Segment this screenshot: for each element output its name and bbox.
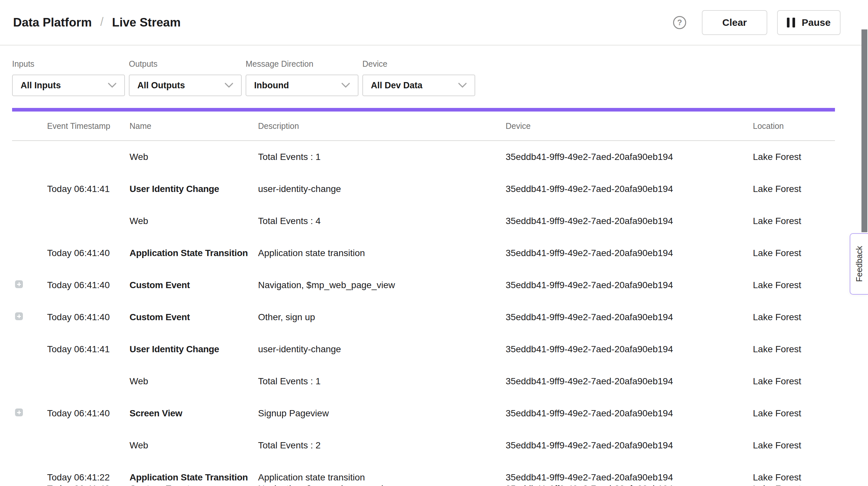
cell-name: Web <box>129 152 258 162</box>
clear-button[interactable]: Clear <box>702 10 767 35</box>
cell-name: Application State Transition <box>129 472 258 483</box>
breadcrumb-data-platform[interactable]: Data Platform <box>13 16 92 29</box>
column-header-description: Description <box>258 121 506 131</box>
cell-description: Application state transition <box>258 472 506 483</box>
header-actions: ? Clear Pause <box>673 10 840 35</box>
cell-location: Lake Forest <box>753 344 835 355</box>
filter-inputs: Inputs All Inputs <box>12 59 125 96</box>
cell-timestamp: Today 06:41:40 <box>47 312 129 323</box>
page-title-live-stream: Live Stream <box>112 16 181 29</box>
table-row[interactable]: Web Total Events : 1 35eddb41-9ff9-49e2-… <box>12 365 835 397</box>
cell-device: 35eddb41-9ff9-49e2-7aed-20afa90eb194 <box>506 312 753 323</box>
table-header-row: Event Timestamp Name Description Device … <box>12 112 835 141</box>
table-row[interactable]: Today 06:41:40 Custom Event Navigation, … <box>12 269 835 301</box>
cell-device: 35eddb41-9ff9-49e2-7aed-20afa90eb194 <box>506 184 753 194</box>
pause-button[interactable]: Pause <box>777 10 840 35</box>
device-select[interactable]: All Dev Data <box>362 74 475 96</box>
cell-timestamp: Today 06:41:40 <box>47 484 129 486</box>
cell-description: Total Events : 2 <box>258 440 506 451</box>
breadcrumb-separator: / <box>100 15 104 29</box>
accent-bar <box>12 108 835 112</box>
chevron-down-icon <box>108 83 117 88</box>
cell-description: Total Events : 1 <box>258 152 506 162</box>
filter-device: Device All Dev Data <box>362 59 475 96</box>
cell-device: 35eddb41-9ff9-49e2-7aed-20afa90eb194 <box>506 440 753 451</box>
table-row[interactable]: Today 06:41:40 Application State Transit… <box>12 237 835 269</box>
app-header: Data Platform / Live Stream ? Clear Paus… <box>0 0 868 45</box>
cell-description: Application state transition <box>258 248 506 259</box>
cell-timestamp: Today 06:41:40 <box>47 280 129 291</box>
cell-timestamp: Today 06:41:41 <box>47 344 129 355</box>
cell-name: Web <box>129 440 258 451</box>
cell-name: User Identity Change <box>129 184 258 194</box>
cell-device: 35eddb41-9ff9-49e2-7aed-20afa90eb194 <box>506 408 753 419</box>
cell-description: Navigation, $mp_web_page_view <box>258 484 506 486</box>
cell-location: Lake Forest <box>753 152 835 162</box>
cell-device: 35eddb41-9ff9-49e2-7aed-20afa90eb194 <box>506 248 753 259</box>
cell-name: Web <box>129 376 258 387</box>
table-row[interactable]: Web Total Events : 4 35eddb41-9ff9-49e2-… <box>12 205 835 237</box>
cell-location: Lake Forest <box>753 312 835 323</box>
breadcrumb: Data Platform / Live Stream <box>13 16 181 29</box>
cell-name: Web <box>129 216 258 226</box>
cell-name: Custom Event <box>129 280 258 291</box>
cell-name: Custom Event <box>129 484 258 486</box>
message-direction-select[interactable]: Inbound <box>246 74 359 96</box>
table-row[interactable]: Today 06:41:41 User Identity Change user… <box>12 173 835 205</box>
expand-row-icon[interactable] <box>15 408 23 416</box>
inputs-select-value: All Inputs <box>21 81 61 91</box>
table-row[interactable]: Today 06:41:41 User Identity Change user… <box>12 333 835 365</box>
table-row[interactable]: Today 06:41:40 Custom Event Other, sign … <box>12 301 835 333</box>
table-row[interactable]: Today 06:41:22 Application State Transit… <box>12 461 835 486</box>
pause-icon <box>787 18 795 28</box>
column-header-device: Device <box>506 121 753 131</box>
cell-device: 35eddb41-9ff9-49e2-7aed-20afa90eb194 <box>506 280 753 291</box>
filter-message-direction-label: Message Direction <box>246 59 359 69</box>
expand-row-icon[interactable] <box>15 312 23 320</box>
filter-outputs-label: Outputs <box>129 59 242 69</box>
cell-device: 35eddb41-9ff9-49e2-7aed-20afa90eb194 <box>506 484 753 486</box>
filters-bar: Inputs All Inputs Outputs All Outputs Me… <box>0 45 868 96</box>
table-row[interactable]: Web Total Events : 2 35eddb41-9ff9-49e2-… <box>12 429 835 461</box>
cell-description: Total Events : 1 <box>258 376 506 387</box>
cell-location: Lake Forest <box>753 280 835 291</box>
expand-row-icon[interactable] <box>15 280 23 288</box>
cell-location: Lake Forest <box>753 216 835 226</box>
cell-name: Custom Event <box>129 312 258 323</box>
live-stream-panel: Event Timestamp Name Description Device … <box>12 108 835 486</box>
column-header-location: Location <box>753 121 835 131</box>
column-header-name: Name <box>129 121 258 131</box>
filter-message-direction: Message Direction Inbound <box>246 59 359 96</box>
cell-location: Lake Forest <box>753 248 835 259</box>
message-direction-select-value: Inbound <box>254 81 289 91</box>
table-row[interactable]: Web Total Events : 1 35eddb41-9ff9-49e2-… <box>12 141 835 173</box>
inputs-select[interactable]: All Inputs <box>12 74 125 96</box>
help-icon[interactable]: ? <box>673 16 686 29</box>
column-header-event-timestamp: Event Timestamp <box>47 121 129 131</box>
outputs-select-value: All Outputs <box>137 81 185 91</box>
feedback-tab-label: Feedback <box>855 246 864 282</box>
cell-location: Lake Forest <box>753 184 835 194</box>
cell-location: Lake Forest <box>753 408 835 419</box>
cell-timestamp: Today 06:41:40 <box>47 248 129 259</box>
scrollbar-thumb[interactable] <box>862 29 867 232</box>
cell-device: 35eddb41-9ff9-49e2-7aed-20afa90eb194 <box>506 216 753 226</box>
cell-timestamp: Today 06:41:41 <box>47 184 129 194</box>
chevron-down-icon <box>458 83 467 88</box>
cell-description: user-identity-change <box>258 184 506 194</box>
feedback-tab[interactable]: Feedback <box>850 233 868 295</box>
cell-device: 35eddb41-9ff9-49e2-7aed-20afa90eb194 <box>506 472 753 483</box>
table-row[interactable]: Today 06:41:40 Screen View Signup Pagevi… <box>12 397 835 429</box>
cell-location: Lake Forest <box>753 472 835 483</box>
table-row-partial: Today 06:41:40 Custom Event Navigation, … <box>12 484 835 486</box>
chevron-down-icon <box>341 83 350 88</box>
outputs-select[interactable]: All Outputs <box>129 74 242 96</box>
device-select-value: All Dev Data <box>371 81 423 91</box>
filter-inputs-label: Inputs <box>12 59 125 69</box>
cell-description: Signup Pageview <box>258 408 506 419</box>
cell-location: Lake Forest <box>753 376 835 387</box>
cell-timestamp: Today 06:41:40 <box>47 408 129 419</box>
table-body: Web Total Events : 1 35eddb41-9ff9-49e2-… <box>12 141 835 486</box>
cell-name: Screen View <box>129 408 258 419</box>
cell-location: Lake Forest <box>753 484 835 486</box>
